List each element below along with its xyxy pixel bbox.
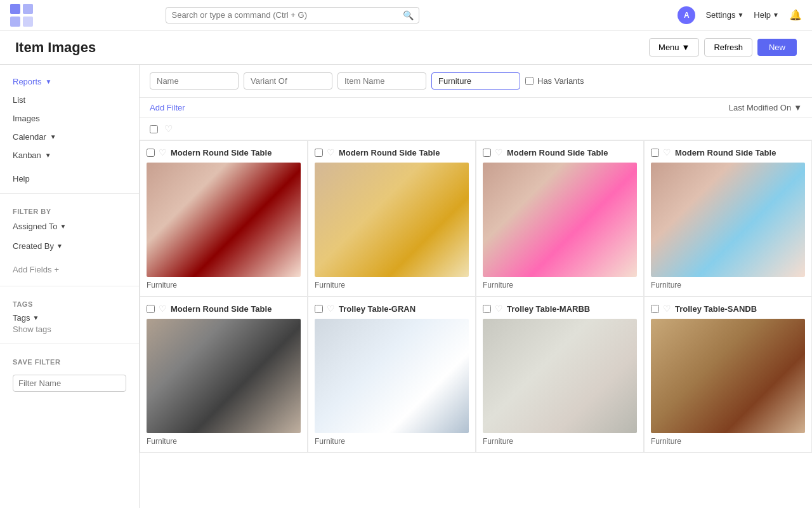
card-heart-0[interactable]: ♡ (159, 147, 167, 157)
image-card[interactable]: ♡ Trolley Table-SANDB Furniture (644, 297, 812, 453)
add-fields-section: Add Fields + (0, 258, 139, 281)
card-checkbox-5[interactable] (315, 305, 323, 313)
reports-chevron-icon: ▼ (46, 78, 52, 85)
has-variants-checkbox[interactable] (525, 77, 534, 85)
menu-chevron-icon: ▼ (682, 43, 690, 52)
search-bar[interactable]: 🔍 (166, 7, 419, 23)
settings-button[interactable]: Settings ▼ (705, 10, 743, 20)
card-title-0: Modern Round Side Table (171, 148, 301, 157)
created-by-chevron-icon: ▼ (56, 243, 63, 250)
card-header-4: ♡ Modern Round Side Table (147, 304, 301, 314)
tags-section: Tags ▼ Show tags (0, 311, 139, 338)
assigned-to-filter[interactable]: Assigned To ▼ (13, 222, 126, 231)
card-checkbox-1[interactable] (315, 149, 323, 157)
sidebar-item-reports[interactable]: Reports ▼ (0, 72, 139, 91)
card-header-5: ♡ Trolley Table-GRAN (315, 304, 469, 314)
sidebar-divider (0, 193, 139, 194)
add-filter-button[interactable]: Add Filter (150, 103, 185, 112)
like-all-icon[interactable]: ♡ (164, 123, 173, 135)
svg-rect-1 (23, 4, 33, 14)
card-heart-6[interactable]: ♡ (495, 304, 503, 314)
card-checkbox-0[interactable] (147, 149, 155, 157)
new-button[interactable]: New (757, 39, 797, 56)
item-name-filter-input[interactable] (337, 72, 426, 90)
filter-created-by: Created By ▼ (0, 237, 139, 255)
filter-by-section-label: FILTER BY (0, 199, 139, 218)
card-header-1: ♡ Modern Round Side Table (315, 147, 469, 157)
help-nav-button[interactable]: Help ▼ (754, 10, 779, 20)
card-image-2 (483, 163, 637, 277)
image-card[interactable]: ♡ Modern Round Side Table Furniture (476, 140, 644, 297)
sidebar-item-images[interactable]: Images (0, 109, 139, 128)
image-card[interactable]: ♡ Trolley Table-GRAN Furniture (308, 297, 476, 453)
select-all-checkbox[interactable] (150, 125, 158, 133)
sidebar-item-kanban[interactable]: Kanban ▼ (0, 146, 139, 164)
card-image-7 (651, 319, 805, 433)
help-chevron-icon: ▼ (773, 11, 779, 18)
svg-rect-3 (23, 17, 33, 27)
card-title-2: Modern Round Side Table (507, 148, 637, 157)
logo[interactable] (10, 4, 33, 27)
image-card[interactable]: ♡ Modern Round Side Table Furniture (644, 140, 812, 297)
card-heart-5[interactable]: ♡ (327, 304, 335, 314)
card-checkbox-7[interactable] (651, 305, 659, 313)
search-icon: 🔍 (403, 10, 414, 20)
show-tags-button[interactable]: Show tags (13, 323, 126, 336)
image-card[interactable]: ♡ Modern Round Side Table Furniture (140, 140, 308, 297)
card-title-5: Trolley Table-GRAN (339, 304, 469, 314)
card-checkbox-4[interactable] (147, 305, 155, 313)
header-actions: Menu ▼ Refresh New (649, 38, 797, 57)
name-filter-input[interactable] (150, 72, 239, 90)
save-filter-section (0, 368, 139, 398)
card-heart-2[interactable]: ♡ (495, 147, 503, 157)
card-heart-4[interactable]: ♡ (159, 304, 167, 314)
top-navigation: 🔍 A Settings ▼ Help ▼ 🔔 (0, 0, 812, 30)
avatar: A (678, 6, 695, 24)
card-category-2: Furniture (483, 281, 637, 290)
sort-button[interactable]: Last Modified On ▼ (729, 103, 802, 112)
sidebar: Reports ▼ List Images Calendar ▼ Kanban … (0, 65, 140, 508)
card-header-7: ♡ Trolley Table-SANDB (651, 304, 805, 314)
card-category-4: Furniture (147, 437, 301, 446)
sidebar-divider-3 (0, 344, 139, 344)
sidebar-divider-2 (0, 286, 139, 286)
card-checkbox-6[interactable] (483, 305, 491, 313)
card-category-1: Furniture (315, 281, 469, 290)
kanban-chevron-icon: ▼ (45, 152, 51, 159)
filter-name-input[interactable] (13, 375, 126, 392)
add-fields-button[interactable]: Add Fields + (13, 262, 126, 277)
created-by-filter[interactable]: Created By ▼ (13, 241, 126, 251)
tags-chevron-icon: ▼ (32, 314, 39, 321)
refresh-button[interactable]: Refresh (704, 38, 752, 57)
card-category-7: Furniture (651, 437, 805, 446)
filter-assigned-to: Assigned To ▼ (0, 218, 139, 235)
card-image-1 (315, 163, 469, 277)
card-heart-1[interactable]: ♡ (327, 147, 335, 157)
variant-of-filter-input[interactable] (244, 72, 332, 90)
sidebar-item-list[interactable]: List (0, 91, 139, 109)
sidebar-item-calendar[interactable]: Calendar ▼ (0, 128, 139, 146)
card-checkbox-2[interactable] (483, 149, 491, 157)
card-category-0: Furniture (147, 281, 301, 290)
tags-filter[interactable]: Tags ▼ (13, 313, 126, 323)
settings-chevron-icon: ▼ (737, 11, 743, 18)
add-fields-icon: + (54, 265, 59, 274)
card-heart-7[interactable]: ♡ (663, 304, 671, 314)
image-card[interactable]: ♡ Modern Round Side Table Furniture (140, 297, 308, 453)
card-image-6 (483, 319, 637, 433)
main-layout: Reports ▼ List Images Calendar ▼ Kanban … (0, 65, 812, 508)
search-input[interactable] (171, 10, 403, 20)
item-group-filter-input[interactable] (431, 72, 520, 90)
card-checkbox-3[interactable] (651, 149, 659, 157)
page-header: Item Images Menu ▼ Refresh New (0, 30, 812, 65)
card-header-3: ♡ Modern Round Side Table (651, 147, 805, 157)
menu-button[interactable]: Menu ▼ (649, 38, 699, 57)
filter-bar: Has Variants (140, 65, 812, 98)
card-header-2: ♡ Modern Round Side Table (483, 147, 637, 157)
sidebar-item-help[interactable]: Help (0, 170, 139, 188)
assigned-to-chevron-icon: ▼ (60, 223, 67, 230)
image-card[interactable]: ♡ Trolley Table-MARBB Furniture (476, 297, 644, 453)
image-card[interactable]: ♡ Modern Round Side Table Furniture (308, 140, 476, 297)
notifications-icon[interactable]: 🔔 (789, 9, 802, 21)
card-heart-3[interactable]: ♡ (663, 147, 671, 157)
